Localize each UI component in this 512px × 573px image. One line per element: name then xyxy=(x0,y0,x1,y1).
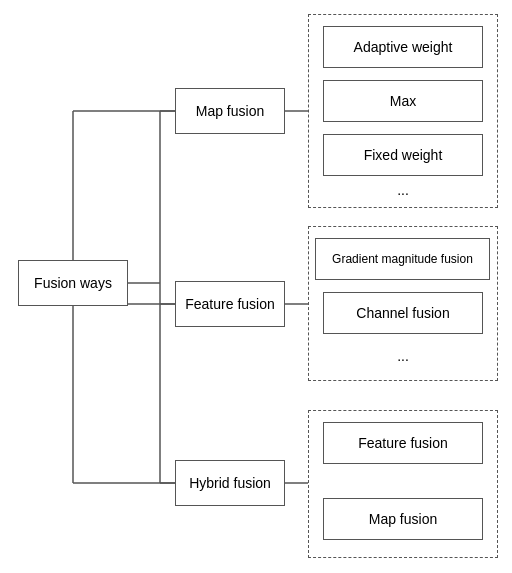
channel-fusion-label: Channel fusion xyxy=(356,305,449,321)
map-fusion-label: Map fusion xyxy=(196,103,264,119)
hybrid-feature-box: Feature fusion xyxy=(323,422,483,464)
map-fusion-box: Map fusion xyxy=(175,88,285,134)
feature-fusion-label: Feature fusion xyxy=(185,296,275,312)
fixed-weight-box: Fixed weight xyxy=(323,134,483,176)
fusion-ways-diagram: Fusion ways Map fusion Feature fusion Hy… xyxy=(0,0,512,573)
hybrid-fusion-label: Hybrid fusion xyxy=(189,475,271,491)
gradient-magnitude-label: Gradient magnitude fusion xyxy=(332,252,473,266)
feature-fusion-box: Feature fusion xyxy=(175,281,285,327)
hybrid-map-box: Map fusion xyxy=(323,498,483,540)
fusion-ways-box: Fusion ways xyxy=(18,260,128,306)
max-box: Max xyxy=(323,80,483,122)
hybrid-feature-label: Feature fusion xyxy=(358,435,448,451)
dots-feature: ... xyxy=(323,348,483,364)
hybrid-fusion-box: Hybrid fusion xyxy=(175,460,285,506)
dots-feature-label: ... xyxy=(397,348,409,364)
fixed-weight-label: Fixed weight xyxy=(364,147,443,163)
channel-fusion-box: Channel fusion xyxy=(323,292,483,334)
dots-map-label: ... xyxy=(397,182,409,198)
adaptive-weight-box: Adaptive weight xyxy=(323,26,483,68)
hybrid-map-label: Map fusion xyxy=(369,511,437,527)
fusion-ways-label: Fusion ways xyxy=(34,275,112,291)
gradient-magnitude-box: Gradient magnitude fusion xyxy=(315,238,490,280)
max-label: Max xyxy=(390,93,416,109)
dots-map: ... xyxy=(323,182,483,198)
adaptive-weight-label: Adaptive weight xyxy=(354,39,453,55)
